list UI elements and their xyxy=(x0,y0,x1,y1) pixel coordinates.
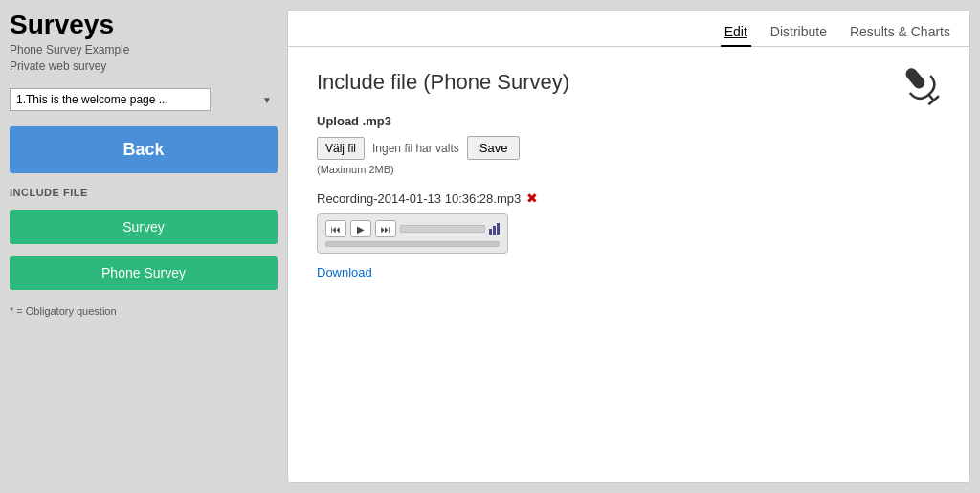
app-title: Surveys xyxy=(10,10,278,40)
chevron-down-icon: ▼ xyxy=(262,94,272,104)
download-link[interactable]: Download xyxy=(317,265,372,280)
back-button[interactable]: Back xyxy=(10,126,278,173)
choose-file-button[interactable]: Välj fil xyxy=(317,137,365,160)
tab-distribute[interactable]: Distribute xyxy=(767,18,831,47)
page-select-wrapper: 1.This is the welcome page ... ▼ xyxy=(10,88,278,111)
rewind-button[interactable]: ⏮ xyxy=(325,220,346,237)
page-heading: Include file (Phone Survey) xyxy=(317,70,941,95)
volume-bar-1 xyxy=(489,229,492,235)
volume-bars xyxy=(489,223,500,235)
svg-rect-0 xyxy=(903,66,927,91)
no-file-text: Ingen fil har valts xyxy=(372,142,459,155)
player-controls: ⏮ ▶ ⏭ xyxy=(325,220,500,237)
recording-name: Recording-2014-01-13 10:36:28.mp3 xyxy=(317,191,521,206)
upload-label: Upload .mp3 xyxy=(317,114,941,128)
volume-bar-3 xyxy=(497,223,500,235)
delete-icon[interactable]: ✖ xyxy=(526,190,538,206)
main-panel: Edit Distribute Results & Charts Include… xyxy=(287,10,970,483)
time-bar xyxy=(325,241,500,247)
max-size-note: (Maximum 2MB) xyxy=(317,164,941,175)
save-button[interactable]: Save xyxy=(467,136,521,160)
phone-survey-button[interactable]: Phone Survey xyxy=(10,256,278,290)
tab-bar: Edit Distribute Results & Charts xyxy=(288,11,969,47)
content-area: Include file (Phone Survey) Upload .mp3 … xyxy=(288,47,969,482)
include-file-label: INCLUDE FILE xyxy=(10,187,278,198)
volume-bar-2 xyxy=(493,226,496,235)
recording-row: Recording-2014-01-13 10:36:28.mp3 ✖ xyxy=(317,190,941,206)
fast-forward-button[interactable]: ⏭ xyxy=(375,220,396,237)
sidebar: Surveys Phone Survey Example Private web… xyxy=(10,10,278,483)
survey-subtitle: Phone Survey Example Private web survey xyxy=(10,42,278,75)
audio-player: ⏮ ▶ ⏭ xyxy=(317,213,508,254)
progress-bar[interactable] xyxy=(400,225,485,233)
obligatory-note: * = Obligatory question xyxy=(10,305,278,317)
upload-row: Välj fil Ingen fil har valts Save xyxy=(317,136,941,160)
page-select[interactable]: 1.This is the welcome page ... xyxy=(10,88,211,111)
play-button[interactable]: ▶ xyxy=(350,220,371,237)
tab-results-charts[interactable]: Results & Charts xyxy=(846,18,954,47)
survey-button[interactable]: Survey xyxy=(10,210,278,244)
tab-edit[interactable]: Edit xyxy=(721,18,751,47)
